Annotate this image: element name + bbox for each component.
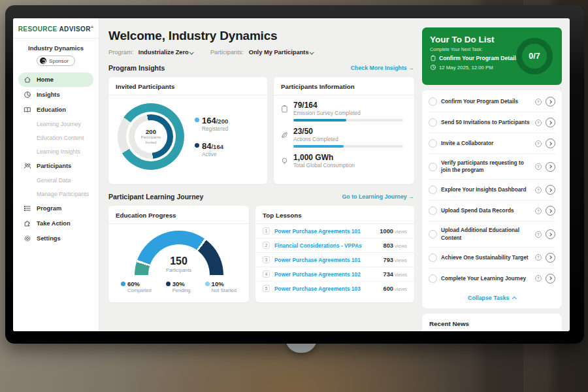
- task-open-button[interactable]: [546, 97, 555, 106]
- sidebar-item-manage-participants[interactable]: Manage Participants: [18, 188, 93, 201]
- program-filter-value: Industrialize Zero: [139, 49, 189, 56]
- go-to-learning-journey-link[interactable]: Go to Learning Journey →: [342, 193, 414, 200]
- task-info-icon[interactable]: ?: [535, 140, 542, 147]
- logo-text-resource: RESOURCE: [18, 25, 57, 33]
- lesson-rank: 1: [263, 227, 270, 235]
- task-checkbox[interactable]: [429, 206, 437, 215]
- bulb-icon: [280, 157, 289, 165]
- todo-progress-count: 0/7: [529, 52, 540, 61]
- pending-dot-icon: [166, 282, 171, 286]
- legend-not-started: 10% Not Started: [205, 280, 237, 293]
- lesson-rank: 5: [263, 285, 270, 292]
- task-open-button[interactable]: [546, 274, 555, 284]
- sidebar-item-education[interactable]: Education: [18, 103, 93, 117]
- gear-icon: [24, 235, 31, 242]
- task-checkbox[interactable]: [429, 139, 437, 148]
- participants-information-card: Participants Information 79/164 Emission…: [274, 77, 414, 184]
- task-checkbox[interactable]: [429, 274, 437, 283]
- sponsor-badge-label: Sponsor: [49, 58, 69, 64]
- task-open-button[interactable]: [546, 253, 555, 263]
- sidebar-nav: Home Insights Education Learning Journey…: [13, 71, 99, 247]
- todo-panel: Your To Do List Complete Your Next Task:…: [422, 27, 562, 331]
- task-open-button[interactable]: [546, 229, 555, 239]
- gauge-center-value: 150: [170, 255, 188, 267]
- org-name: Industry Dynamics: [13, 44, 99, 52]
- sidebar: RESOURCE ADVISOR+ Industry Dynamics Spon…: [13, 18, 99, 331]
- lesson-link[interactable]: Power Purchase Agreements 103: [274, 286, 378, 292]
- task-info-icon[interactable]: ?: [535, 231, 542, 238]
- lesson-link[interactable]: Power Purchase Agreements 102: [274, 271, 378, 278]
- registered-dot-icon: [195, 118, 199, 122]
- recent-news-title: Recent News: [429, 320, 555, 327]
- lesson-row: 5 Power Purchase Agreements 103 600views: [255, 282, 414, 295]
- task-checkbox[interactable]: [429, 186, 437, 194]
- task-info-icon[interactable]: ?: [535, 187, 542, 193]
- task-checkbox[interactable]: [429, 163, 437, 171]
- legend-active: 84/164 Active: [195, 141, 228, 157]
- todo-tasks-card: Confirm Your Program Details ? Send 50 I…: [422, 90, 562, 308]
- task-open-button[interactable]: [546, 185, 555, 195]
- sidebar-item-general-data[interactable]: General Data: [18, 174, 93, 187]
- lesson-link[interactable]: Financial Considerations - VPPAs: [274, 242, 378, 249]
- task-checkbox[interactable]: [429, 118, 437, 127]
- task-open-button[interactable]: [546, 206, 555, 216]
- sidebar-item-learning-journey[interactable]: Learning Journey: [18, 118, 93, 131]
- sidebar-item-label: Participants: [37, 163, 71, 169]
- task-open-button[interactable]: [546, 118, 555, 127]
- task-row: Send 50 Invitations to Participants ?: [429, 112, 555, 133]
- task-info-icon[interactable]: ?: [535, 254, 542, 261]
- emission-progress-bar: [293, 119, 403, 122]
- task-info-icon[interactable]: ?: [535, 120, 542, 126]
- dashboard-screen: RESOURCE ADVISOR+ Industry Dynamics Spon…: [13, 18, 570, 331]
- task-info-icon[interactable]: ?: [535, 208, 542, 214]
- task-info-icon[interactable]: ?: [535, 99, 542, 105]
- education-progress-title: Education Progress: [108, 206, 249, 224]
- donut-center-label: Participants: [141, 135, 161, 140]
- clipboard-icon: [430, 55, 436, 61]
- clipboard-icon: [280, 105, 289, 113]
- task-info-icon[interactable]: ?: [535, 163, 542, 170]
- task-row: Upload Additional Educational Content ?: [429, 221, 555, 247]
- task-row: Complete Your Learning Journey ?: [429, 269, 555, 289]
- task-open-button[interactable]: [546, 162, 555, 172]
- home-icon: [24, 76, 31, 84]
- task-open-button[interactable]: [546, 139, 555, 148]
- sidebar-item-education-content[interactable]: Education Content: [18, 131, 93, 144]
- task-info-icon[interactable]: ?: [535, 275, 542, 282]
- donut-center-label: Invited: [145, 140, 156, 146]
- stat-actions-completed: 23/50 Actions Completed: [280, 127, 406, 148]
- sidebar-item-insights[interactable]: Insights: [18, 88, 93, 102]
- legend-registered: 164/200 Registered: [195, 116, 228, 132]
- sidebar-item-home[interactable]: Home: [18, 73, 93, 87]
- sidebar-item-label: Program: [37, 205, 61, 212]
- lesson-row: 2 Financial Considerations - VPPAs 803vi…: [255, 238, 414, 253]
- sidebar-item-program[interactable]: Program: [18, 201, 93, 216]
- chevron-down-icon: [310, 50, 314, 54]
- program-insights-title: Program Insights: [108, 64, 165, 72]
- check-more-insights-link[interactable]: Check More Insights →: [351, 65, 414, 71]
- sidebar-item-label: Insights: [37, 91, 60, 98]
- sidebar-item-settings[interactable]: Settings: [18, 231, 93, 246]
- program-filter[interactable]: Program: Industrialize Zero: [108, 49, 193, 56]
- education-gauge-chart: 150 Participants: [135, 231, 223, 275]
- collapse-tasks-link[interactable]: Collapse Tasks: [429, 289, 555, 307]
- sidebar-item-participants[interactable]: Participants: [18, 159, 93, 173]
- lesson-link[interactable]: Power Purchase Agreements 101: [274, 257, 378, 263]
- task-row: Explore Your Insights Dashboard ?: [429, 180, 555, 201]
- task-checkbox[interactable]: [429, 253, 437, 262]
- arrow-right-icon: →: [408, 65, 414, 71]
- sidebar-item-take-action[interactable]: Take Action: [18, 216, 93, 231]
- education-progress-card: Education Progress 150 Participants: [108, 206, 249, 302]
- active-dot-icon: [195, 143, 199, 148]
- task-checkbox[interactable]: [429, 97, 437, 106]
- task-row: Upload Spend Data Records ?: [429, 201, 555, 221]
- sponsor-badge[interactable]: Sponsor: [37, 56, 75, 66]
- task-checkbox[interactable]: [429, 230, 437, 238]
- arrow-right-icon: →: [408, 193, 414, 200]
- lesson-link[interactable]: Power Purchase Agreements 101: [274, 228, 375, 235]
- take-action-icon: [24, 220, 31, 227]
- participants-filter[interactable]: Participants: Only My Participants: [210, 49, 314, 56]
- education-icon: [24, 106, 31, 114]
- lesson-row: 1 Power Purchase Agreements 101 1000view…: [255, 224, 414, 238]
- sidebar-item-learning-insights[interactable]: Learning Insights: [18, 145, 93, 158]
